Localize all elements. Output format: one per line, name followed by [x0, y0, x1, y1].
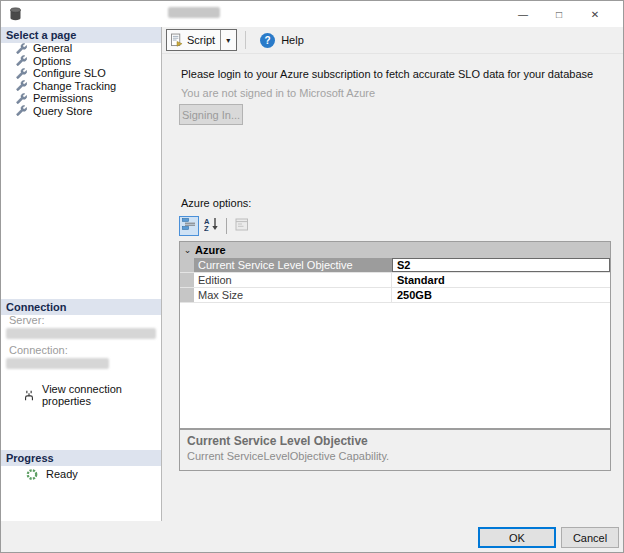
property-value[interactable]: 250GB [392, 288, 610, 302]
help-button[interactable]: ? Help [254, 33, 310, 48]
script-button[interactable]: Script ▾ [166, 29, 237, 51]
wrench-icon [16, 55, 28, 67]
view-connection-properties-label: View connection properties [42, 383, 161, 407]
sidebar-item-options[interactable]: Options [1, 55, 161, 68]
property-row-current-slo[interactable]: Current Service Level Objective S2 [180, 258, 610, 273]
progress-spinner-icon [26, 468, 38, 480]
server-label: Server: [9, 314, 44, 326]
svg-text:Z: Z [204, 224, 209, 231]
connection-header: Connection [1, 299, 161, 315]
row-indent [180, 273, 194, 287]
wrench-icon [16, 105, 28, 117]
property-pages-icon [235, 217, 249, 235]
categorized-view-button[interactable] [179, 216, 199, 236]
wrench-icon [16, 80, 28, 92]
row-indent [180, 288, 194, 302]
property-name[interactable]: Max Size [194, 288, 392, 302]
property-grid: ⌄ Azure Current Service Level Objective … [179, 241, 611, 429]
property-name[interactable]: Edition [194, 273, 392, 287]
maximize-button[interactable]: □ [541, 1, 577, 27]
cancel-button[interactable]: Cancel [561, 527, 619, 548]
help-icon: ? [260, 33, 275, 48]
property-category-row[interactable]: ⌄ Azure [180, 242, 610, 258]
signing-in-button[interactable]: Signing In... [179, 104, 243, 125]
property-description-text: Current ServiceLevelObjective Capability… [187, 450, 603, 462]
window-controls: — □ ✕ [505, 1, 613, 27]
progress-status-text: Ready [46, 468, 78, 480]
connection-value-redacted [6, 358, 109, 369]
server-value-redacted [6, 328, 156, 339]
database-app-icon [9, 7, 22, 21]
property-pages-button [232, 216, 252, 236]
chevron-down-icon[interactable]: ▾ [222, 36, 234, 45]
help-button-label: Help [281, 34, 304, 46]
main-panel: Script ▾ ? Help Please login to your Azu… [162, 27, 623, 523]
categorized-icon [182, 217, 196, 235]
progress-header: Progress [1, 450, 161, 466]
view-connection-properties-link[interactable]: View connection properties [23, 383, 161, 407]
azure-options-label: Azure options: [181, 197, 251, 209]
azure-login-message: Please login to your Azure subscription … [181, 68, 593, 80]
wrench-icon [16, 92, 28, 104]
select-a-page-header: Select a page [1, 27, 161, 43]
script-icon [171, 34, 183, 46]
script-split-divider [220, 30, 221, 50]
wrench-icon [16, 42, 28, 54]
property-value[interactable]: Standard [392, 273, 610, 287]
row-indent [180, 258, 194, 272]
collapse-chevron-icon[interactable]: ⌄ [180, 245, 195, 255]
category-label: Azure [195, 244, 226, 256]
ok-button[interactable]: OK [478, 527, 556, 548]
signin-status-text: You are not signed in to Microsoft Azure [181, 87, 375, 99]
database-properties-window: — □ ✕ Select a page General Options [0, 0, 624, 553]
property-grid-toolbar: A Z [179, 215, 252, 237]
toolbar-separator [245, 31, 246, 49]
alphabetical-sort-button[interactable]: A Z [201, 216, 221, 236]
connection-properties-icon [23, 389, 35, 401]
titlebar: — □ ✕ [1, 1, 623, 27]
sidebar-item-label: Query Store [33, 105, 92, 117]
sidebar-item-label: Permissions [33, 92, 93, 104]
progress-status-row: Ready [26, 468, 78, 480]
main-toolbar: Script ▾ ? Help [162, 27, 623, 54]
page-list: General Options Configure SLO Change Tra… [1, 42, 161, 117]
property-description-title: Current Service Level Objective [187, 434, 603, 448]
property-name[interactable]: Current Service Level Objective [194, 258, 392, 272]
window-title-redacted [168, 7, 220, 18]
sidebar-item-query-store[interactable]: Query Store [1, 105, 161, 118]
sidebar-item-label: Options [33, 55, 71, 67]
sidebar-item-permissions[interactable]: Permissions [1, 92, 161, 105]
sidebar-item-configure-slo[interactable]: Configure SLO [1, 67, 161, 80]
dialog-footer: OK Cancel [1, 521, 623, 552]
property-description-panel: Current Service Level Objective Current … [179, 429, 611, 471]
property-value[interactable]: S2 [392, 258, 610, 272]
property-row-edition[interactable]: Edition Standard [180, 273, 610, 288]
property-row-max-size[interactable]: Max Size 250GB [180, 288, 610, 303]
sidebar-item-change-tracking[interactable]: Change Tracking [1, 80, 161, 93]
sidebar-item-general[interactable]: General [1, 42, 161, 55]
sidebar-item-label: Change Tracking [33, 80, 116, 92]
toolbar-separator [226, 218, 227, 234]
sidebar: Select a page General Options Configure … [1, 27, 162, 523]
wrench-icon [16, 67, 28, 79]
connection-label: Connection: [9, 344, 68, 356]
az-sort-icon: A Z [204, 217, 219, 235]
sidebar-item-label: Configure SLO [33, 67, 106, 79]
close-button[interactable]: ✕ [577, 1, 613, 27]
sidebar-item-label: General [33, 42, 72, 54]
minimize-button[interactable]: — [505, 1, 541, 27]
script-button-label: Script [187, 34, 215, 46]
